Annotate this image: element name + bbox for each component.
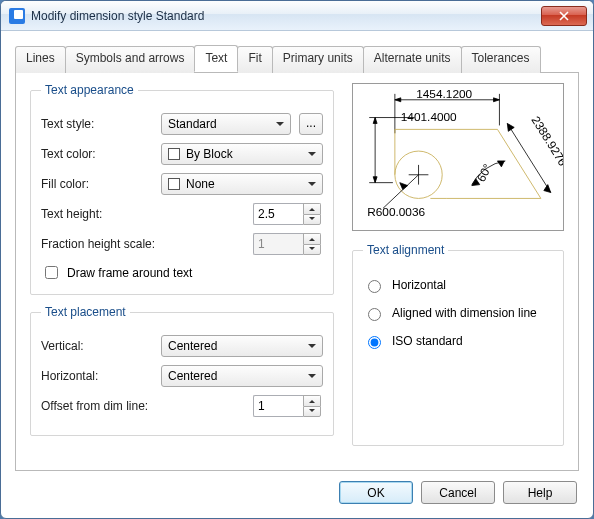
close-button[interactable] xyxy=(541,6,587,26)
svg-marker-4 xyxy=(494,98,500,102)
input-offset[interactable] xyxy=(253,395,303,417)
label-horizontal: Horizontal: xyxy=(41,369,153,383)
svg-marker-17 xyxy=(507,123,514,131)
preview-dim-diag: 2388.9276 xyxy=(528,114,563,169)
label-align-horizontal: Horizontal xyxy=(392,278,446,292)
preview-dim-top: 1454.1200 xyxy=(416,87,472,101)
tab-primary-units[interactable]: Primary units xyxy=(272,46,364,73)
select-vertical[interactable]: Centered xyxy=(161,335,323,357)
svg-marker-20 xyxy=(497,161,504,167)
label-fraction-scale: Fraction height scale: xyxy=(41,237,181,251)
color-swatch-icon xyxy=(168,148,180,160)
window-title: Modify dimension style Standard xyxy=(31,9,541,23)
radio-horizontal[interactable] xyxy=(368,280,381,293)
preview-dim-left: 1401.4000 xyxy=(401,110,457,124)
svg-marker-9 xyxy=(373,177,377,183)
cancel-button[interactable]: Cancel xyxy=(421,481,495,504)
radio-iso[interactable] xyxy=(368,336,381,349)
group-text-appearance: Text appearance Text style: Standard ...… xyxy=(30,83,334,295)
svg-line-14 xyxy=(383,175,419,209)
select-text-color-value: By Block xyxy=(186,147,233,161)
spin-down-icon[interactable] xyxy=(303,214,321,226)
dialog-window: Modify dimension style Standard Lines Sy… xyxy=(0,0,594,519)
label-text-style: Text style: xyxy=(41,117,153,131)
legend-text-placement: Text placement xyxy=(41,305,130,319)
tab-lines[interactable]: Lines xyxy=(15,46,66,73)
spin-buttons xyxy=(303,233,321,255)
select-vertical-value: Centered xyxy=(168,339,217,353)
tab-alternate-units[interactable]: Alternate units xyxy=(363,46,462,73)
label-vertical: Vertical: xyxy=(41,339,153,353)
select-fill-color-value: None xyxy=(186,177,215,191)
preview-dim-radius: R600.0036 xyxy=(367,205,425,219)
spin-buttons[interactable] xyxy=(303,203,321,225)
checkbox-draw-frame[interactable] xyxy=(45,266,58,279)
legend-text-alignment: Text alignment xyxy=(363,243,448,257)
svg-marker-8 xyxy=(373,118,377,124)
select-text-style-value: Standard xyxy=(168,117,217,131)
label-text-height: Text height: xyxy=(41,207,153,221)
spin-up-icon xyxy=(303,233,321,244)
app-icon xyxy=(9,8,25,24)
select-text-color[interactable]: By Block xyxy=(161,143,323,165)
tab-tolerances[interactable]: Tolerances xyxy=(461,46,541,73)
tab-text[interactable]: Text xyxy=(194,45,238,72)
spin-up-icon[interactable] xyxy=(303,395,321,406)
spin-down-icon[interactable] xyxy=(303,406,321,418)
input-text-height[interactable] xyxy=(253,203,303,225)
radio-aligned[interactable] xyxy=(368,308,381,321)
group-text-placement: Text placement Vertical: Centered Horizo… xyxy=(30,305,334,436)
text-style-more-button[interactable]: ... xyxy=(299,113,323,135)
ok-button[interactable]: OK xyxy=(339,481,413,504)
select-horizontal-value: Centered xyxy=(168,369,217,383)
tab-page-text: Text appearance Text style: Standard ...… xyxy=(15,73,579,471)
svg-marker-3 xyxy=(395,98,401,102)
dialog-footer: OK Cancel Help xyxy=(1,471,593,518)
select-horizontal[interactable]: Centered xyxy=(161,365,323,387)
label-align-aligned: Aligned with dimension line xyxy=(392,306,537,320)
select-text-style[interactable]: Standard xyxy=(161,113,291,135)
tab-fit[interactable]: Fit xyxy=(237,46,272,73)
spin-down-icon xyxy=(303,244,321,256)
preview-drawing: 1454.1200 1401.4000 2388.9276 R600.0036 … xyxy=(353,84,563,230)
dimension-preview: 1454.1200 1401.4000 2388.9276 R600.0036 … xyxy=(352,83,564,231)
label-text-color: Text color: xyxy=(41,147,153,161)
label-align-iso: ISO standard xyxy=(392,334,463,348)
svg-marker-18 xyxy=(544,185,551,193)
select-fill-color[interactable]: None xyxy=(161,173,323,195)
close-icon xyxy=(559,11,569,21)
spinner-text-height[interactable] xyxy=(253,203,323,225)
tab-bar: Lines Symbols and arrows Text Fit Primar… xyxy=(15,45,579,73)
spinner-fraction-scale xyxy=(253,233,323,255)
input-fraction-scale xyxy=(253,233,303,255)
legend-text-appearance: Text appearance xyxy=(41,83,138,97)
label-draw-frame: Draw frame around text xyxy=(67,266,192,280)
tab-symbols-arrows[interactable]: Symbols and arrows xyxy=(65,46,196,73)
titlebar: Modify dimension style Standard xyxy=(1,1,593,31)
color-swatch-icon xyxy=(168,178,180,190)
label-offset: Offset from dim line: xyxy=(41,399,181,413)
spin-buttons[interactable] xyxy=(303,395,321,417)
svg-marker-15 xyxy=(400,183,408,190)
spinner-offset[interactable] xyxy=(253,395,323,417)
spin-up-icon[interactable] xyxy=(303,203,321,214)
label-fill-color: Fill color: xyxy=(41,177,153,191)
help-button[interactable]: Help xyxy=(503,481,577,504)
group-text-alignment: Text alignment Horizontal Aligned with d… xyxy=(352,243,564,446)
dialog-body: Lines Symbols and arrows Text Fit Primar… xyxy=(1,31,593,471)
